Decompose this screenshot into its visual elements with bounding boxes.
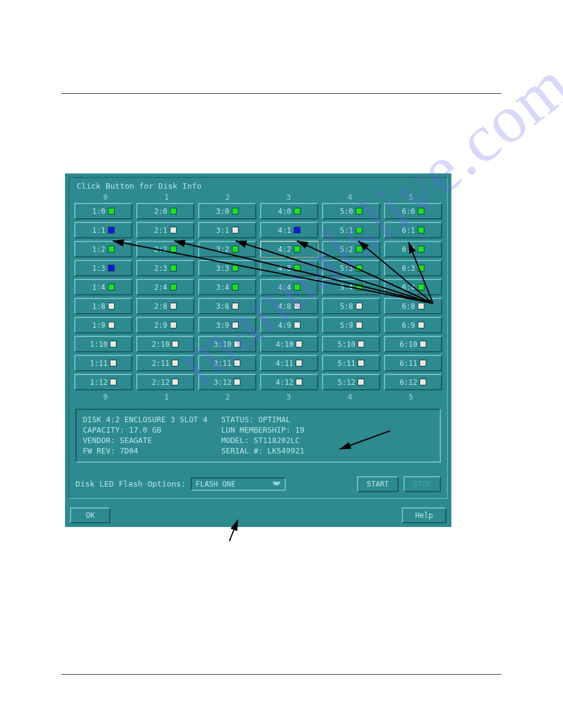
disk-button-2-2[interactable]: 2:2: [136, 241, 194, 257]
disk-button-4-9[interactable]: 4:9: [260, 317, 318, 333]
disk-led-icon: [356, 322, 362, 328]
disk-button-6-9[interactable]: 6:9: [384, 317, 442, 333]
disk-led-icon: [294, 208, 301, 214]
disk-button-4-1[interactable]: 4:1: [260, 222, 318, 238]
disk-button-2-9[interactable]: 2:9: [136, 317, 194, 333]
disk-button-3-8[interactable]: 3:8: [198, 298, 256, 314]
disk-button-6-0[interactable]: 6:0: [384, 203, 442, 219]
disk-button-2-10[interactable]: 2:10: [136, 336, 194, 352]
help-button[interactable]: Help: [402, 507, 446, 523]
disk-button-6-4[interactable]: 6:4: [384, 279, 442, 295]
disk-button-6-10[interactable]: 6:10: [384, 336, 442, 352]
disk-button-label: 4:3: [278, 264, 291, 273]
disk-button-label: 6:10: [400, 340, 418, 349]
disk-button-2-1[interactable]: 2:1: [136, 222, 194, 238]
disk-button-3-3[interactable]: 3:3: [198, 260, 256, 276]
disk-button-label: 2:1: [154, 226, 167, 235]
disk-button-5-10[interactable]: 5:10: [322, 336, 380, 352]
disk-button-2-8[interactable]: 2:8: [136, 298, 194, 314]
disk-button-4-11[interactable]: 4:11: [260, 355, 318, 371]
disk-button-4-0[interactable]: 4:0: [260, 203, 318, 219]
disk-led-icon: [232, 303, 239, 309]
disk-button-1-9[interactable]: 1:9: [74, 317, 132, 333]
disk-button-5-0[interactable]: 5:0: [322, 203, 380, 219]
disk-button-5-3[interactable]: 5:3: [322, 260, 380, 276]
stop-button[interactable]: STOP: [404, 476, 441, 492]
disk-button-1-0[interactable]: 1:0: [74, 203, 132, 219]
disk-button-1-10[interactable]: 1:10: [74, 336, 132, 352]
disk-button-4-4[interactable]: 4:4: [260, 279, 318, 295]
disk-button-2-0[interactable]: 2:0: [136, 203, 194, 219]
disk-button-3-9[interactable]: 3:9: [198, 317, 256, 333]
disk-button-5-11[interactable]: 5:11: [322, 355, 380, 371]
column-footer: 5: [382, 393, 440, 401]
disk-button-label: 6:0: [402, 207, 415, 216]
flash-options-value: FLASH ONE: [196, 480, 236, 488]
disk-button-1-1[interactable]: 1:1: [74, 222, 132, 238]
disk-button-4-8[interactable]: 4:8: [260, 298, 318, 314]
disk-led-icon: [170, 208, 177, 214]
disk-button-2-4[interactable]: 2:4: [136, 279, 194, 295]
disk-button-label: 6:1: [402, 226, 415, 235]
disk-button-3-12[interactable]: 3:12: [198, 374, 256, 390]
disk-button-2-12[interactable]: 2:12: [136, 374, 194, 390]
disk-button-2-11[interactable]: 2:11: [136, 355, 194, 371]
disk-button-3-1[interactable]: 3:1: [198, 222, 256, 238]
disk-button-label: 3:12: [214, 378, 232, 387]
disk-led-icon: [419, 360, 426, 366]
disk-button-3-4[interactable]: 3:4: [198, 279, 256, 295]
disk-button-5-12[interactable]: 5:12: [322, 374, 380, 390]
disk-button-3-10[interactable]: 3:10: [198, 336, 256, 352]
disk-button-label: 4:2: [278, 245, 291, 254]
disk-button-label: 3:10: [214, 340, 232, 349]
disk-led-icon: [108, 227, 115, 233]
disk-button-5-2[interactable]: 5:2: [322, 241, 380, 257]
disk-button-1-4[interactable]: 1:4: [74, 279, 132, 295]
disk-button-6-3[interactable]: 6:3: [384, 260, 442, 276]
disk-button-1-11[interactable]: 1:11: [74, 355, 132, 371]
disk-button-5-8[interactable]: 5:8: [322, 298, 380, 314]
disk-button-4-3[interactable]: 4:3: [260, 260, 318, 276]
disk-button-3-0[interactable]: 3:0: [198, 203, 256, 219]
disk-button-2-3[interactable]: 2:3: [136, 260, 194, 276]
disk-button-5-1[interactable]: 5:1: [322, 222, 380, 238]
disk-led-icon: [296, 360, 302, 366]
disk-button-4-2[interactable]: 4:2: [260, 241, 318, 257]
disk-button-3-2[interactable]: 3:2: [198, 241, 256, 257]
flash-options-select[interactable]: FLASH ONE: [191, 477, 286, 491]
disk-button-label: 2:8: [154, 302, 167, 311]
disk-button-1-12[interactable]: 1:12: [74, 374, 132, 390]
top-divider: [61, 93, 502, 94]
disk-button-5-9[interactable]: 5:9: [322, 317, 380, 333]
disk-button-label: 6:2: [402, 245, 415, 254]
disk-led-icon: [170, 303, 177, 309]
disk-button-label: 3:11: [214, 359, 232, 368]
disk-button-6-2[interactable]: 6:2: [384, 241, 442, 257]
disk-button-6-11[interactable]: 6:11: [384, 355, 442, 371]
disk-button-4-10[interactable]: 4:10: [260, 336, 318, 352]
disk-led-icon: [358, 360, 364, 366]
disk-led-icon: [234, 341, 240, 347]
disk-button-1-8[interactable]: 1:8: [74, 298, 132, 314]
disk-button-4-12[interactable]: 4:12: [260, 374, 318, 390]
disk-button-1-3[interactable]: 1:3: [74, 260, 132, 276]
disk-button-3-11[interactable]: 3:11: [198, 355, 256, 371]
start-button[interactable]: START: [357, 476, 399, 492]
disk-button-6-1[interactable]: 6:1: [384, 222, 442, 238]
disk-button-5-4[interactable]: 5:4: [322, 279, 380, 295]
disk-led-icon: [294, 303, 301, 309]
column-footer: 4: [321, 393, 379, 401]
disk-button-label: 3:1: [216, 226, 229, 235]
disk-led-icon: [232, 227, 239, 233]
disk-led-icon: [108, 303, 115, 309]
disk-button-6-8[interactable]: 6:8: [384, 298, 442, 314]
disk-button-label: 4:9: [278, 321, 291, 330]
disk-led-icon: [419, 379, 426, 385]
disk-button-1-2[interactable]: 1:2: [74, 241, 132, 257]
column-header: 0: [77, 193, 134, 202]
column-header: 5: [382, 193, 440, 202]
disk-button-6-12[interactable]: 6:12: [384, 374, 442, 390]
ok-button[interactable]: OK: [70, 507, 110, 523]
disk-button-label: 2:2: [154, 245, 167, 254]
disk-led-icon: [172, 360, 178, 366]
